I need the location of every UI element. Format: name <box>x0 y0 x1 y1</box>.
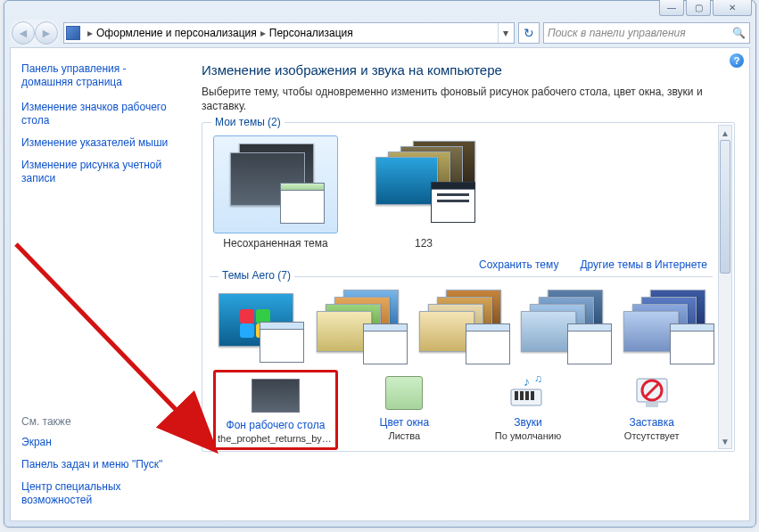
chevron-right-icon: ▸ <box>87 27 93 39</box>
scroll-thumb[interactable] <box>720 140 730 274</box>
help-icon[interactable]: ? <box>730 53 744 68</box>
themes-panel: Мои темы (2) Несохраненная тема <box>202 122 735 452</box>
more-themes-link[interactable]: Другие темы в Интернете <box>580 258 707 271</box>
aero-theme[interactable] <box>315 290 402 359</box>
page-subtitle: Выберите тему, чтобы одновременно измени… <box>202 85 735 113</box>
see-also-heading: См. также <box>21 415 178 428</box>
control-panel-window: — ▢ ✕ ◄ ► ▸ Оформление и персонализация … <box>4 0 756 528</box>
aero-theme[interactable] <box>213 290 301 359</box>
search-input[interactable]: Поиск в панели управления 🔍 <box>543 22 750 44</box>
content-area: ? Изменение изображения и звука на компь… <box>189 48 749 520</box>
breadcrumb-part-2[interactable]: Персонализация <box>269 27 353 39</box>
theme-item-unsaved[interactable]: Несохраненная тема <box>213 135 338 250</box>
sounds-setting[interactable]: ♪ ♫ Звуки По умолчанию <box>471 370 586 450</box>
breadcrumb-dropdown[interactable]: ▾ <box>498 23 512 43</box>
screensaver-icon <box>628 373 676 413</box>
window-color-icon <box>380 373 428 413</box>
theme-thumbnail <box>361 135 486 233</box>
desktop-background-icon <box>252 376 300 415</box>
theme-thumbnail <box>213 135 338 233</box>
svg-rect-4 <box>531 391 534 400</box>
scroll-up-icon[interactable]: ▲ <box>719 126 731 140</box>
refresh-button[interactable]: ↻ <box>518 22 540 44</box>
svg-rect-2 <box>520 391 524 400</box>
aero-theme[interactable] <box>519 290 606 359</box>
see-also-ease-of-access[interactable]: Центр специальных возможностей <box>21 480 178 507</box>
my-themes-group-label: Мои темы (2) <box>211 116 285 128</box>
panel-scrollbar[interactable]: ▲ ▼ <box>718 125 732 449</box>
aero-theme[interactable] <box>622 290 709 359</box>
sidebar-link-mouse-pointers[interactable]: Изменение указателей мыши <box>21 136 178 150</box>
close-button[interactable]: ✕ <box>713 0 752 16</box>
minimize-button[interactable]: — <box>659 0 684 16</box>
setting-label: Цвет окна <box>349 416 460 429</box>
setting-label: Фон рабочего стола <box>218 419 334 431</box>
titlebar: — ▢ ✕ <box>4 1 755 19</box>
setting-value: Листва <box>349 430 460 441</box>
svg-rect-1 <box>515 391 518 400</box>
theme-label: Несохраненная тема <box>213 237 338 250</box>
see-also-taskbar[interactable]: Панель задач и меню "Пуск" <box>21 458 178 471</box>
setting-label: Звуки <box>473 416 584 429</box>
setting-value: По умолчанию <box>473 430 584 441</box>
setting-value: the_prophet_returns_by_m... <box>218 433 334 444</box>
nav-bar: ◄ ► ▸ Оформление и персонализация ▸ Перс… <box>4 19 755 47</box>
search-icon: 🔍 <box>732 27 746 39</box>
svg-text:♫: ♫ <box>534 373 542 385</box>
setting-label: Заставка <box>596 416 707 429</box>
save-theme-link[interactable]: Сохранить тему <box>479 258 558 271</box>
sidebar-link-account-picture[interactable]: Изменение рисунка учетной записи <box>21 159 178 185</box>
breadcrumb-bar[interactable]: ▸ Оформление и персонализация ▸ Персонал… <box>63 22 515 44</box>
scroll-down-icon[interactable]: ▼ <box>719 434 731 448</box>
setting-value: Отсутствует <box>596 430 707 441</box>
see-also-display[interactable]: Экран <box>21 436 178 449</box>
maximize-button[interactable]: ▢ <box>686 0 711 16</box>
svg-text:♪: ♪ <box>524 374 530 389</box>
theme-label: 123 <box>361 237 486 250</box>
back-button[interactable]: ◄ <box>12 21 35 45</box>
svg-rect-8 <box>646 402 658 407</box>
screensaver-setting[interactable]: Заставка Отсутствует <box>594 370 709 450</box>
forward-button[interactable]: ► <box>35 21 58 45</box>
window-color-setting[interactable]: Цвет окна Листва <box>347 370 462 450</box>
search-placeholder: Поиск в панели управления <box>548 27 686 39</box>
theme-item-123[interactable]: 123 <box>361 135 486 250</box>
desktop-background-setting[interactable]: Фон рабочего стола the_prophet_returns_b… <box>213 370 338 450</box>
chevron-right-icon: ▸ <box>260 27 266 39</box>
aero-themes-group-label: Темы Aero (7) <box>219 269 294 282</box>
sidebar-home-link[interactable]: Панель управления - домашняя страница <box>21 62 178 89</box>
sidebar: Панель управления - домашняя страница Из… <box>11 48 189 520</box>
sounds-icon: ♪ ♫ <box>504 373 552 413</box>
page-title: Изменение изображения и звука на компьют… <box>202 62 735 78</box>
svg-rect-3 <box>525 391 529 400</box>
sidebar-link-desktop-icons[interactable]: Изменение значков рабочего стола <box>21 101 178 127</box>
aero-theme[interactable] <box>417 290 505 359</box>
breadcrumb-part-1[interactable]: Оформление и персонализация <box>96 27 257 39</box>
control-panel-icon <box>66 26 80 40</box>
